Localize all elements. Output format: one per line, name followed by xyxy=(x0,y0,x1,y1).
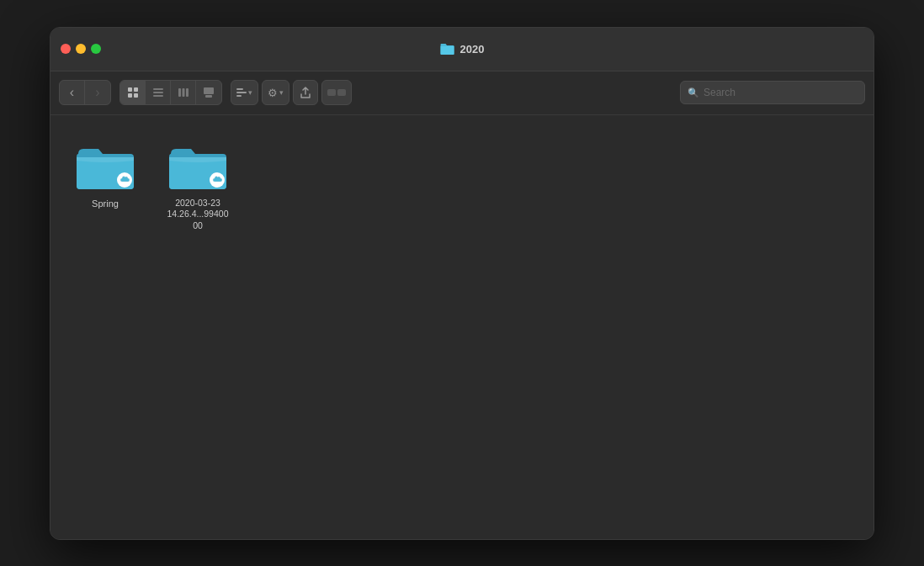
folder-icon-spring xyxy=(75,140,135,191)
column-view-button[interactable] xyxy=(171,81,196,104)
icon-view-button[interactable] xyxy=(120,81,146,104)
tag-icon xyxy=(327,87,346,98)
file-name-spring: Spring xyxy=(92,198,119,209)
cloud-badge-dated xyxy=(210,172,225,188)
svg-rect-12 xyxy=(236,88,243,90)
svg-rect-4 xyxy=(153,88,163,90)
back-arrow-icon: ‹ xyxy=(70,86,74,99)
cover-view-icon xyxy=(203,87,215,98)
share-button[interactable] xyxy=(293,80,318,105)
svg-rect-2 xyxy=(128,93,132,98)
window-title: 2020 xyxy=(460,43,485,56)
share-icon xyxy=(300,87,311,98)
cloud-badge-spring xyxy=(117,172,132,188)
svg-rect-15 xyxy=(327,89,336,96)
svg-rect-11 xyxy=(205,95,212,98)
list-item[interactable]: Spring xyxy=(67,135,143,237)
search-bar[interactable]: 🔍 xyxy=(680,81,865,104)
group-by-button[interactable]: ▾ xyxy=(231,80,258,105)
title-folder-icon xyxy=(440,42,455,56)
back-button[interactable]: ‹ xyxy=(60,81,85,104)
tag-button[interactable] xyxy=(321,80,352,105)
svg-rect-6 xyxy=(153,95,163,97)
titlebar: 2020 xyxy=(50,28,874,71)
list-view-icon xyxy=(152,87,164,98)
file-grid: Spring 2020-03-23 14.26.4... xyxy=(67,135,857,237)
svg-rect-14 xyxy=(236,95,242,97)
view-button-group xyxy=(119,80,222,105)
settings-dropdown-icon: ▾ xyxy=(279,88,284,97)
column-view-icon xyxy=(178,87,189,98)
maximize-button[interactable] xyxy=(91,44,101,54)
svg-rect-0 xyxy=(128,87,132,92)
list-view-button[interactable] xyxy=(146,81,171,104)
svg-rect-9 xyxy=(186,88,189,97)
settings-button[interactable]: ⚙ ▾ xyxy=(262,80,289,105)
svg-rect-3 xyxy=(134,93,138,98)
list-item[interactable]: 2020-03-23 14.26.4...9940000 xyxy=(160,135,236,237)
search-input[interactable] xyxy=(704,87,858,98)
gear-icon: ⚙ xyxy=(268,87,278,99)
svg-rect-10 xyxy=(204,87,214,94)
finder-window: 2020 ‹ › xyxy=(50,27,874,540)
forward-arrow-icon: › xyxy=(95,86,99,99)
search-icon: 🔍 xyxy=(688,87,699,98)
file-name-dated: 2020-03-23 14.26.4...9940000 xyxy=(165,198,231,232)
folder-icon-dated xyxy=(167,140,228,191)
nav-button-group: ‹ › xyxy=(59,80,111,105)
svg-rect-1 xyxy=(134,87,138,92)
svg-rect-5 xyxy=(153,92,163,93)
svg-rect-16 xyxy=(337,89,346,96)
svg-rect-8 xyxy=(182,88,184,97)
window-title-area: 2020 xyxy=(440,42,485,56)
group-by-dropdown-icon: ▾ xyxy=(248,88,252,97)
svg-rect-7 xyxy=(178,88,181,97)
toolbar: ‹ › xyxy=(50,71,874,115)
close-button[interactable] xyxy=(61,44,71,54)
icon-view-icon xyxy=(127,87,139,98)
cover-view-button[interactable] xyxy=(196,81,221,104)
forward-button[interactable]: › xyxy=(85,81,110,104)
file-content-area: Spring 2020-03-23 14.26.4... xyxy=(50,115,874,539)
minimize-button[interactable] xyxy=(76,44,86,54)
group-by-icon xyxy=(236,87,247,98)
traffic-lights xyxy=(61,44,101,54)
svg-rect-13 xyxy=(236,92,247,93)
